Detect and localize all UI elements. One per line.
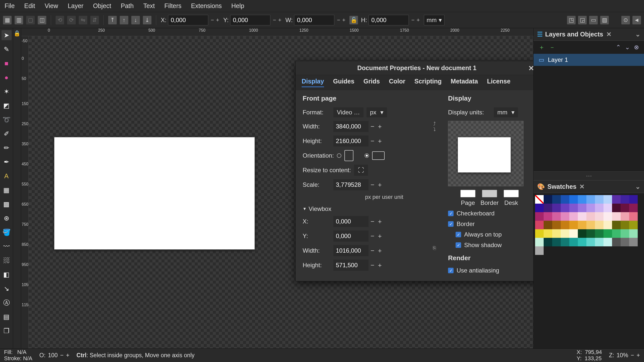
eraser-tool[interactable]: ◧ (2, 269, 12, 280)
rectangle-tool[interactable]: ■ (2, 58, 12, 68)
swatch[interactable] (578, 221, 586, 229)
swatch[interactable] (578, 212, 586, 221)
swatch[interactable] (552, 229, 561, 238)
swatch[interactable] (544, 204, 552, 212)
swatch[interactable] (552, 204, 561, 212)
lock-aspect-icon[interactable]: 🔓 (349, 16, 358, 24)
opacity-inc[interactable]: + (66, 352, 69, 359)
swatch[interactable] (578, 195, 586, 204)
swatch[interactable] (621, 195, 629, 204)
text-tool[interactable]: A (2, 171, 12, 181)
select-all-icon[interactable]: ▥ (15, 16, 23, 24)
mesh-tool[interactable]: ▩ (2, 199, 12, 209)
tab-guides[interactable]: Guides (333, 78, 354, 87)
swatch[interactable] (561, 212, 569, 221)
unit-select[interactable]: mm ▾ (424, 15, 445, 25)
transform-stroke-icon[interactable]: ◲ (578, 16, 587, 24)
opacity-dec[interactable]: − (60, 352, 63, 359)
page-height-input[interactable] (333, 135, 369, 147)
y-inc[interactable]: + (277, 17, 283, 23)
page-width-input[interactable] (333, 121, 369, 132)
page-height-inc[interactable]: + (378, 137, 382, 145)
x-input[interactable] (168, 15, 208, 25)
vb-w-inc[interactable]: + (378, 247, 382, 255)
dropper-tool[interactable]: ⊛ (2, 213, 12, 223)
ellipse-tool[interactable]: ● (2, 72, 12, 82)
show-shadow-checkbox[interactable]: ✓Show shadow (448, 242, 531, 249)
star-tool[interactable]: ✶ (2, 86, 12, 97)
zoom-in[interactable]: + (637, 352, 640, 359)
flip-h-icon[interactable]: ⇋ (79, 16, 87, 24)
swatch[interactable] (621, 204, 629, 212)
swatch[interactable] (544, 195, 552, 204)
tab-display[interactable]: Display (302, 78, 324, 87)
scale-dec[interactable]: − (371, 181, 374, 189)
swatch[interactable] (544, 229, 552, 238)
tab-metadata[interactable]: Metadata (451, 78, 478, 87)
swatch[interactable] (612, 238, 621, 246)
connector-tool[interactable]: ↘ (2, 284, 12, 294)
w-dec[interactable]: − (336, 17, 341, 23)
horizontal-ruler[interactable]: 0250500750100012501500175020002250 (21, 28, 533, 36)
expand-all-icon[interactable]: ⌃ (616, 44, 621, 51)
collapse-all-icon[interactable]: ⌄ (625, 44, 630, 51)
menu-filters[interactable]: Filters (164, 2, 181, 10)
swatch[interactable] (561, 195, 569, 204)
swatch[interactable] (578, 238, 586, 246)
swatch[interactable] (552, 221, 561, 229)
opacity-control[interactable]: O: 100 − + (39, 352, 70, 359)
swatch[interactable] (603, 229, 612, 238)
3dbox-tool[interactable]: ◩ (2, 101, 12, 111)
swatch[interactable] (629, 229, 638, 238)
fill-stroke-indicator[interactable]: Fill: N/A Stroke: N/A (4, 349, 32, 361)
swatch[interactable] (561, 221, 569, 229)
swatches-panel-close-icon[interactable]: ✕ (579, 183, 585, 190)
calligraphy-tool[interactable]: ✒ (2, 157, 12, 167)
swatch[interactable] (561, 204, 569, 212)
lock-guides-icon[interactable]: 🔒 (14, 30, 20, 37)
w-inc[interactable]: + (341, 17, 346, 23)
swatch[interactable] (569, 195, 578, 204)
swatch[interactable] (569, 221, 578, 229)
swatch[interactable] (535, 221, 544, 229)
swatches-panel-chevron-icon[interactable]: ⌄ (635, 183, 640, 190)
lower-icon[interactable]: ↓ (131, 16, 140, 24)
swatch[interactable] (544, 238, 552, 246)
swatch[interactable] (612, 204, 621, 212)
vb-h-input[interactable] (333, 260, 369, 271)
vb-w-input[interactable] (333, 245, 369, 256)
swatch[interactable] (603, 212, 612, 221)
h-dec[interactable]: − (410, 17, 416, 23)
spiral-tool[interactable]: ➰ (2, 115, 12, 125)
menu-help[interactable]: Help (231, 2, 244, 10)
zoom-out[interactable]: − (631, 352, 634, 359)
spray-tool[interactable]: ⛆ (2, 255, 12, 265)
transform-corners-icon[interactable]: ◳ (567, 16, 576, 24)
swatch[interactable] (535, 212, 544, 221)
swatches-panel-header[interactable]: 🎨 Swatches ✕ ⌄ (534, 180, 644, 193)
swatch[interactable] (578, 229, 586, 238)
swatch[interactable] (586, 212, 595, 221)
select-all-layers-icon[interactable]: ▦ (3, 16, 12, 24)
swatch[interactable] (629, 238, 638, 246)
lower-bottom-icon[interactable]: ⤓ (143, 16, 151, 24)
antialiasing-checkbox[interactable]: ✓Use antialiasing (448, 267, 531, 274)
swatch-none[interactable] (535, 195, 544, 204)
page-height-dec[interactable]: − (371, 137, 374, 145)
flip-v-icon[interactable]: ⇵ (90, 16, 99, 24)
scale-inc[interactable]: + (378, 181, 382, 189)
x-inc[interactable]: + (215, 17, 220, 23)
swatch[interactable] (629, 195, 638, 204)
swatch[interactable] (544, 212, 552, 221)
swatch[interactable] (595, 221, 603, 229)
vb-w-dec[interactable]: − (371, 247, 374, 255)
swatch[interactable] (578, 204, 586, 212)
swatch[interactable] (586, 221, 595, 229)
swatch[interactable] (629, 221, 638, 229)
zoom-control[interactable]: Z: 10% − + (609, 352, 640, 359)
swatch[interactable] (595, 195, 603, 204)
swatch[interactable] (586, 204, 595, 212)
page-width-inc[interactable]: + (378, 123, 382, 130)
y-input[interactable] (230, 15, 270, 25)
swatch[interactable] (586, 229, 595, 238)
